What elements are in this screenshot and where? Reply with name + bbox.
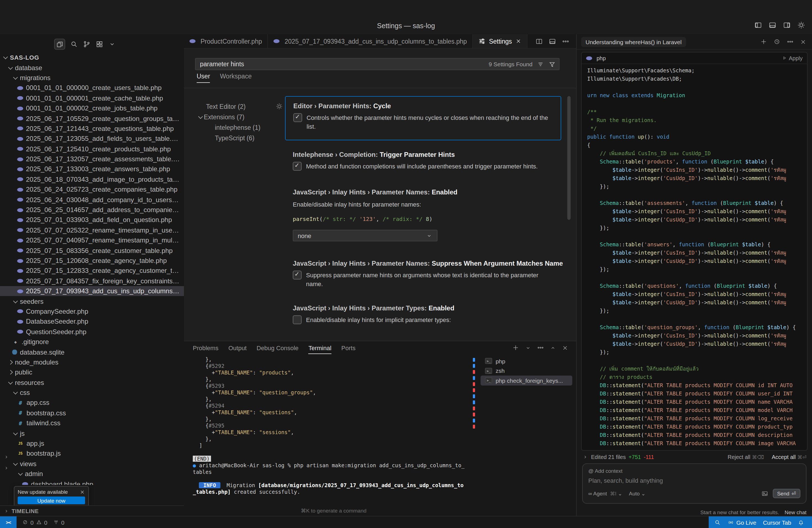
setting-dropdown[interactable]: none bbox=[293, 230, 437, 241]
terminal-list-item[interactable]: >_zsh bbox=[481, 366, 572, 376]
tree-item[interactable]: views bbox=[0, 459, 184, 469]
tab-migration-file[interactable]: 2025_07_17_093943_add_cus_ins_udp_column… bbox=[268, 34, 473, 48]
settings-gear-icon[interactable] bbox=[797, 21, 806, 29]
chat-input-box[interactable]: @ Add context Plan, search, build anythi… bbox=[582, 464, 807, 504]
tree-item[interactable]: 2025_07_17_093943_add_cus_ins_udp_column… bbox=[0, 286, 184, 296]
accept-all-button[interactable]: Accept all⌘⏎ bbox=[772, 454, 807, 460]
tree-item[interactable]: ◆.gitignore bbox=[0, 337, 184, 347]
tree-item[interactable]: database bbox=[0, 63, 184, 73]
more-views-chevron-icon[interactable] bbox=[108, 40, 116, 48]
split-editor-icon[interactable] bbox=[535, 37, 543, 45]
tab-productcontroller[interactable]: ProductController.php bbox=[184, 34, 268, 48]
tree-item[interactable]: 2025_07_01_033903_add_field_on_question.… bbox=[0, 215, 184, 225]
close-icon[interactable] bbox=[79, 489, 85, 495]
tree-item[interactable]: 2025_07_15_083356_create_customer_table.… bbox=[0, 246, 184, 256]
tree-item[interactable]: #app.css bbox=[0, 398, 184, 408]
tab-debug-console[interactable]: Debug Console bbox=[257, 341, 299, 354]
tree-item[interactable]: 2025_07_07_040957_rename_timestamp_in_mu… bbox=[0, 235, 184, 246]
close-panel-icon[interactable] bbox=[562, 344, 568, 351]
tree-item[interactable]: 0001_01_01_000000_create_users_table.php bbox=[0, 83, 184, 93]
terminal-dropdown-chevron-icon[interactable] bbox=[525, 344, 532, 351]
checkbox[interactable] bbox=[293, 270, 302, 279]
more-actions-icon[interactable] bbox=[787, 38, 794, 45]
scrollbar[interactable] bbox=[567, 96, 570, 220]
tree-item[interactable]: seeders bbox=[0, 296, 184, 307]
tree-item[interactable]: 2025_06_17_121443_create_questions_table… bbox=[0, 123, 184, 134]
tab-settings[interactable]: Settings bbox=[473, 34, 527, 48]
reject-all-button[interactable]: Reject all⌘⌫ bbox=[727, 454, 764, 460]
tree-item[interactable]: #bootstrap.css bbox=[0, 408, 184, 418]
tab-output[interactable]: Output bbox=[228, 341, 247, 354]
timeline-section-header[interactable]: TIMELINE bbox=[0, 505, 184, 516]
search-view-icon[interactable] bbox=[70, 40, 78, 48]
tree-item[interactable]: 2025_06_24_025723_create_companies_table… bbox=[0, 185, 184, 195]
new-terminal-icon[interactable] bbox=[512, 344, 519, 351]
checkbox[interactable] bbox=[293, 162, 302, 171]
tree-item[interactable]: admin bbox=[0, 469, 184, 479]
close-icon[interactable] bbox=[800, 39, 807, 45]
tree-item[interactable]: resources bbox=[0, 378, 184, 388]
agent-mode-selector[interactable]: ∞ Agent ⌘I ⌄ bbox=[588, 490, 622, 497]
checkbox[interactable] bbox=[293, 113, 302, 122]
tree-item[interactable]: js bbox=[0, 428, 184, 439]
apply-button[interactable]: Apply bbox=[782, 55, 802, 61]
scope-tab-workspace[interactable]: Workspace bbox=[220, 73, 252, 83]
tree-item[interactable]: 2025_06_18_070343_add_image_to_products_… bbox=[0, 174, 184, 185]
setting-inlay-param-types-enabled[interactable]: JavaScript › Inlay Hints › Parameter Typ… bbox=[285, 304, 561, 324]
maximize-panel-icon[interactable] bbox=[550, 344, 556, 351]
history-icon[interactable] bbox=[773, 38, 781, 45]
setting-parameter-hints-cycle[interactable]: Editor › Parameter Hints: Cycle Controls… bbox=[285, 96, 561, 140]
settings-toc-item[interactable]: TypeScript (6) bbox=[184, 133, 273, 143]
tab-ports[interactable]: Ports bbox=[342, 341, 356, 354]
terminal-output[interactable]: }, {#5292 +"TABLE_NAME": "products", }, … bbox=[193, 356, 475, 501]
tree-item[interactable]: 2025_06_24_030048_add_company_id_to_user… bbox=[0, 195, 184, 205]
settings-search-input[interactable] bbox=[199, 60, 484, 68]
source-control-icon[interactable] bbox=[83, 40, 91, 48]
tree-root[interactable]: SAS-LOG bbox=[0, 53, 184, 63]
extensions-icon[interactable] bbox=[96, 40, 103, 48]
tree-item[interactable]: 2025_07_17_084357_fix_foreign_key_constr… bbox=[0, 276, 184, 286]
explorer-view-icon[interactable] bbox=[54, 39, 65, 50]
chat-tab-title[interactable]: Understanding whereHas() in Laravel bbox=[581, 37, 686, 47]
filter-icon[interactable] bbox=[549, 60, 556, 68]
settings-toc-item[interactable]: intelephense (1) bbox=[184, 122, 273, 133]
more-actions-icon[interactable] bbox=[562, 37, 569, 45]
tree-item[interactable]: 2025_06_17_133003_create_answers_table.p… bbox=[0, 164, 184, 175]
attach-image-icon[interactable] bbox=[761, 490, 768, 497]
terminal-list-item[interactable]: >_php check_foreign_keys... bbox=[481, 376, 572, 385]
tree-item[interactable]: 0001_01_01_000002_create_jobs_table.php bbox=[0, 103, 184, 114]
tree-item[interactable]: dashboard.blade.php bbox=[0, 479, 184, 485]
checkbox[interactable] bbox=[293, 316, 302, 324]
zoom-icon[interactable] bbox=[714, 519, 721, 526]
tree-item[interactable]: DatabaseSeeder.php bbox=[0, 317, 184, 327]
collapsed-section-chevron-icon[interactable] bbox=[3, 465, 10, 471]
tree-item[interactable]: database.sqlite bbox=[0, 347, 184, 357]
clear-filters-icon[interactable] bbox=[537, 60, 544, 68]
tree-item[interactable]: css bbox=[0, 388, 184, 398]
tree-item[interactable]: #tailwind.css bbox=[0, 418, 184, 428]
tree-item[interactable]: JSapp.js bbox=[0, 439, 184, 449]
toggle-bottom-panel-icon[interactable] bbox=[768, 21, 777, 29]
tree-item[interactable]: 2025_07_07_025322_rename_timestamp_in_us… bbox=[0, 225, 184, 235]
remote-indicator[interactable]: >< bbox=[0, 516, 17, 528]
settings-search-box[interactable]: 9 Settings Found bbox=[195, 58, 560, 70]
layout-icon[interactable] bbox=[549, 37, 556, 45]
tree-item[interactable]: 2025_06_17_125410_create_products_table.… bbox=[0, 144, 184, 154]
tree-item[interactable]: node_modules bbox=[0, 357, 184, 367]
model-selector[interactable]: Auto ⌄ bbox=[629, 490, 646, 497]
add-context-chip[interactable]: @ Add context bbox=[588, 468, 800, 474]
settings-toc-item[interactable]: Text Editor (2) bbox=[184, 101, 273, 112]
tree-item[interactable]: public bbox=[0, 367, 184, 378]
close-icon[interactable] bbox=[516, 38, 521, 44]
settings-toc-item[interactable]: Extensions (7) bbox=[184, 112, 273, 122]
scope-tab-user[interactable]: User bbox=[197, 73, 210, 83]
send-button[interactable]: Send⏎ bbox=[773, 489, 800, 498]
new-chat-link[interactable]: New chat bbox=[785, 509, 807, 515]
tree-item[interactable]: 2025_07_15_122833_create_agency_customer… bbox=[0, 266, 184, 276]
terminal-list-item[interactable]: >_php bbox=[481, 356, 572, 366]
tree-item[interactable]: 2025_06_17_123055_add_fields_to_users_ta… bbox=[0, 134, 184, 144]
problems-status[interactable]: 0 0 bbox=[22, 519, 47, 526]
tree-item[interactable]: CompanySeeder.php bbox=[0, 307, 184, 317]
toggle-right-panel-icon[interactable] bbox=[783, 21, 791, 29]
update-now-button[interactable]: Update now bbox=[18, 497, 85, 504]
